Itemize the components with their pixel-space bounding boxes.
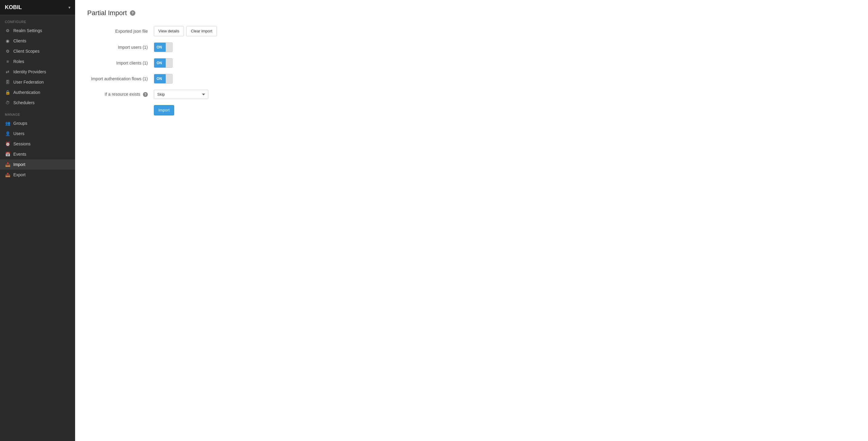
import-icon: 📥 xyxy=(5,162,10,167)
sidebar-item-label: Realm Settings xyxy=(13,28,42,33)
toggle-knob xyxy=(166,74,172,83)
user-federation-icon: 🗄 xyxy=(5,80,10,85)
import-users-label: Import users (1) xyxy=(87,45,154,50)
sidebar-item-label: Schedulers xyxy=(13,100,34,105)
resource-exists-help-icon[interactable]: ? xyxy=(143,92,148,97)
main-content: Partial Import ? Exported json file View… xyxy=(75,0,868,441)
view-details-button[interactable]: View details xyxy=(154,26,184,36)
sidebar-item-label: Roles xyxy=(13,59,24,64)
sidebar-item-user-federation[interactable]: 🗄 User Federation xyxy=(0,77,75,87)
identity-providers-icon: ⇄ xyxy=(5,69,10,74)
sidebar-item-label: Identity Providers xyxy=(13,69,46,74)
sidebar-item-realm-settings[interactable]: ⚙ Realm Settings xyxy=(0,26,75,36)
import-clients-label: Import clients (1) xyxy=(87,61,154,65)
sidebar-item-users[interactable]: 👤 Users xyxy=(0,128,75,139)
toggle-on-label: ON xyxy=(154,43,166,52)
page-title: Partial Import xyxy=(87,9,127,17)
import-auth-flows-toggle[interactable]: ON xyxy=(154,74,173,84)
import-users-toggle[interactable]: ON xyxy=(154,42,173,52)
toggle-knob xyxy=(166,43,172,52)
sidebar-item-label: Client Scopes xyxy=(13,49,39,54)
import-button-area: Import xyxy=(154,105,174,116)
sidebar: KOBIL ▾ Configure ⚙ Realm Settings ◉ Cli… xyxy=(0,0,75,441)
resource-exists-select[interactable]: Skip Overwrite Fail xyxy=(154,90,208,99)
brand-chevron: ▾ xyxy=(68,5,70,10)
clients-icon: ◉ xyxy=(5,38,10,43)
schedulers-icon: ⏱ xyxy=(5,100,10,105)
sidebar-item-clients[interactable]: ◉ Clients xyxy=(0,36,75,46)
toggle-knob xyxy=(166,59,172,67)
groups-icon: 👥 xyxy=(5,121,10,126)
import-clients-row: Import clients (1) ON xyxy=(87,58,856,68)
sidebar-item-sessions[interactable]: ⏰ Sessions xyxy=(0,139,75,149)
sidebar-item-label: Sessions xyxy=(13,141,31,146)
page-title-row: Partial Import ? xyxy=(87,9,856,17)
client-scopes-icon: ⚙ xyxy=(5,49,10,54)
import-auth-flows-controls: ON xyxy=(154,74,173,84)
sidebar-item-label: Users xyxy=(13,131,25,136)
sidebar-item-import[interactable]: 📥 Import xyxy=(0,159,75,169)
toggle-on-label: ON xyxy=(154,59,166,67)
sidebar-item-client-scopes[interactable]: ⚙ Client Scopes xyxy=(0,46,75,56)
sidebar-header[interactable]: KOBIL ▾ xyxy=(0,0,75,15)
sidebar-item-schedulers[interactable]: ⏱ Schedulers xyxy=(0,97,75,108)
users-icon: 👤 xyxy=(5,131,10,136)
sidebar-item-groups[interactable]: 👥 Groups xyxy=(0,118,75,128)
events-icon: 📅 xyxy=(5,152,10,157)
sidebar-item-label: Import xyxy=(13,162,26,167)
exported-json-file-label: Exported json file xyxy=(87,29,154,34)
sidebar-item-label: Clients xyxy=(13,38,26,43)
sidebar-item-roles[interactable]: ≡ Roles xyxy=(0,56,75,67)
exported-json-file-row: Exported json file View details Clear im… xyxy=(87,26,856,36)
import-button[interactable]: Import xyxy=(154,105,174,116)
brand-label: KOBIL xyxy=(5,4,22,10)
resource-exists-controls: Skip Overwrite Fail xyxy=(154,90,208,99)
sidebar-item-events[interactable]: 📅 Events xyxy=(0,149,75,159)
import-clients-toggle[interactable]: ON xyxy=(154,58,173,68)
sidebar-item-label: User Federation xyxy=(13,80,43,85)
import-clients-controls: ON xyxy=(154,58,173,68)
sidebar-item-label: Groups xyxy=(13,121,27,126)
import-button-row: Import xyxy=(87,105,856,116)
export-icon: 📤 xyxy=(5,172,10,177)
resource-exists-label: If a resource exists ? xyxy=(87,92,154,97)
roles-icon: ≡ xyxy=(5,59,10,64)
sidebar-item-label: Export xyxy=(13,172,26,177)
realm-settings-icon: ⚙ xyxy=(5,28,10,33)
import-auth-flows-label: Import authentication flows (1) xyxy=(87,76,154,81)
page-help-icon[interactable]: ? xyxy=(130,10,135,16)
import-users-row: Import users (1) ON xyxy=(87,42,856,52)
clear-import-button[interactable]: Clear import xyxy=(186,26,217,36)
sidebar-item-export[interactable]: 📤 Export xyxy=(0,169,75,180)
sidebar-item-identity-providers[interactable]: ⇄ Identity Providers xyxy=(0,67,75,77)
exported-json-file-controls: View details Clear import xyxy=(154,26,217,36)
configure-section-label: Configure xyxy=(0,15,75,26)
resource-exists-row: If a resource exists ? Skip Overwrite Fa… xyxy=(87,90,856,99)
sidebar-item-label: Authentication xyxy=(13,90,40,95)
sidebar-item-label: Events xyxy=(13,152,26,157)
manage-section-label: Manage xyxy=(0,108,75,118)
import-auth-flows-row: Import authentication flows (1) ON xyxy=(87,74,856,84)
sessions-icon: ⏰ xyxy=(5,141,10,146)
authentication-icon: 🔒 xyxy=(5,90,10,95)
sidebar-item-authentication[interactable]: 🔒 Authentication xyxy=(0,87,75,97)
import-users-controls: ON xyxy=(154,42,173,52)
toggle-on-label: ON xyxy=(154,74,166,83)
